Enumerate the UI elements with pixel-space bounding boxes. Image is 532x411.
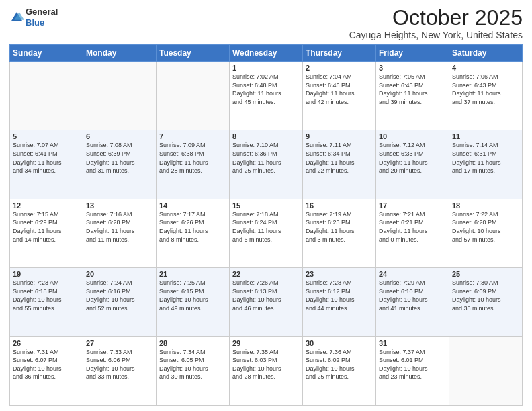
day-number: 9 [306, 132, 373, 140]
day-info: Sunrise: 7:15 AMSunset: 6:29 PMDaylight:… [13, 210, 80, 244]
day-number: 20 [86, 270, 153, 278]
day-cell [10, 62, 83, 130]
logo-blue: Blue [26, 17, 44, 28]
day-info: Sunrise: 7:04 AMSunset: 6:46 PMDaylight:… [306, 73, 373, 106]
day-info: Sunrise: 7:29 AMSunset: 6:10 PMDaylight:… [379, 279, 446, 312]
logo-general: General [26, 7, 58, 17]
day-cell: 13Sunrise: 7:16 AMSunset: 6:28 PMDayligh… [83, 199, 157, 267]
day-cell: 25Sunrise: 7:30 AMSunset: 6:09 PMDayligh… [449, 268, 523, 336]
day-cell: 19Sunrise: 7:23 AMSunset: 6:18 PMDayligh… [10, 268, 83, 336]
week-row-2: 5Sunrise: 7:07 AMSunset: 6:41 PMDaylight… [10, 130, 523, 199]
day-cell: 23Sunrise: 7:28 AMSunset: 6:12 PMDayligh… [303, 268, 376, 336]
day-cell: 6Sunrise: 7:08 AMSunset: 6:39 PMDaylight… [83, 130, 157, 199]
day-cell: 29Sunrise: 7:35 AMSunset: 6:03 PMDayligh… [230, 336, 303, 405]
day-number: 11 [452, 132, 519, 140]
day-cell: 22Sunrise: 7:26 AMSunset: 6:13 PMDayligh… [230, 268, 303, 336]
day-number: 23 [306, 270, 373, 278]
day-info: Sunrise: 7:07 AMSunset: 6:41 PMDaylight:… [13, 141, 80, 175]
day-number: 13 [86, 201, 153, 210]
day-number: 6 [86, 132, 153, 140]
col-thursday: Thursday [303, 45, 376, 62]
day-cell: 27Sunrise: 7:33 AMSunset: 6:06 PMDayligh… [83, 336, 157, 405]
day-number: 16 [306, 201, 373, 210]
day-cell: 18Sunrise: 7:22 AMSunset: 6:20 PMDayligh… [449, 199, 523, 267]
week-row-1: 1Sunrise: 7:02 AMSunset: 6:48 PMDaylight… [10, 62, 523, 130]
col-sunday: Sunday [10, 45, 83, 62]
day-cell: 15Sunrise: 7:18 AMSunset: 6:24 PMDayligh… [230, 199, 303, 267]
day-number: 19 [13, 270, 80, 278]
day-info: Sunrise: 7:33 AMSunset: 6:06 PMDaylight:… [86, 348, 153, 381]
location: Cayuga Heights, New York, United States [349, 30, 523, 40]
col-saturday: Saturday [449, 45, 523, 62]
day-info: Sunrise: 7:09 AMSunset: 6:38 PMDaylight:… [159, 141, 226, 175]
day-info: Sunrise: 7:36 AMSunset: 6:02 PMDaylight:… [306, 348, 373, 381]
day-cell: 4Sunrise: 7:06 AMSunset: 6:43 PMDaylight… [449, 62, 523, 130]
day-number: 21 [159, 270, 226, 278]
day-info: Sunrise: 7:21 AMSunset: 6:21 PMDaylight:… [379, 210, 446, 244]
col-friday: Friday [376, 45, 449, 62]
day-number: 29 [232, 339, 300, 347]
day-info: Sunrise: 7:28 AMSunset: 6:12 PMDaylight:… [306, 279, 373, 312]
day-cell [449, 336, 523, 405]
day-cell: 9Sunrise: 7:11 AMSunset: 6:34 PMDaylight… [303, 130, 376, 199]
day-info: Sunrise: 7:22 AMSunset: 6:20 PMDaylight:… [452, 210, 519, 244]
day-info: Sunrise: 7:05 AMSunset: 6:45 PMDaylight:… [379, 73, 446, 106]
day-info: Sunrise: 7:08 AMSunset: 6:39 PMDaylight:… [86, 141, 153, 175]
day-info: Sunrise: 7:18 AMSunset: 6:24 PMDaylight:… [232, 210, 300, 244]
day-cell: 21Sunrise: 7:25 AMSunset: 6:15 PMDayligh… [157, 268, 230, 336]
logo: General Blue [9, 7, 58, 28]
day-cell: 5Sunrise: 7:07 AMSunset: 6:41 PMDaylight… [10, 130, 83, 199]
day-info: Sunrise: 7:12 AMSunset: 6:33 PMDaylight:… [379, 141, 446, 175]
day-number: 17 [379, 201, 446, 210]
day-info: Sunrise: 7:25 AMSunset: 6:15 PMDaylight:… [159, 279, 226, 312]
logo-text: General Blue [26, 7, 58, 28]
day-number: 8 [232, 132, 300, 140]
day-info: Sunrise: 7:26 AMSunset: 6:13 PMDaylight:… [232, 279, 300, 312]
day-info: Sunrise: 7:10 AMSunset: 6:36 PMDaylight:… [232, 141, 300, 175]
day-number: 18 [452, 201, 519, 210]
day-cell: 14Sunrise: 7:17 AMSunset: 6:26 PMDayligh… [157, 199, 230, 267]
col-tuesday: Tuesday [157, 45, 230, 62]
day-info: Sunrise: 7:16 AMSunset: 6:28 PMDaylight:… [86, 210, 153, 244]
day-number: 15 [232, 201, 300, 210]
day-cell: 2Sunrise: 7:04 AMSunset: 6:46 PMDaylight… [303, 62, 376, 130]
day-info: Sunrise: 7:06 AMSunset: 6:43 PMDaylight:… [452, 73, 519, 106]
day-number: 4 [452, 64, 519, 72]
week-row-5: 26Sunrise: 7:31 AMSunset: 6:07 PMDayligh… [10, 336, 523, 405]
day-number: 3 [379, 64, 446, 72]
day-number: 30 [306, 339, 373, 347]
day-number: 12 [13, 201, 80, 210]
day-number: 5 [13, 132, 80, 140]
day-info: Sunrise: 7:34 AMSunset: 6:05 PMDaylight:… [159, 348, 226, 381]
day-number: 28 [159, 339, 226, 347]
title-area: October 2025 Cayuga Heights, New York, U… [349, 7, 523, 40]
day-number: 10 [379, 132, 446, 140]
day-info: Sunrise: 7:35 AMSunset: 6:03 PMDaylight:… [232, 348, 300, 381]
day-number: 14 [159, 201, 226, 210]
day-info: Sunrise: 7:17 AMSunset: 6:26 PMDaylight:… [159, 210, 226, 244]
day-number: 22 [232, 270, 300, 278]
day-number: 7 [159, 132, 226, 140]
day-cell: 28Sunrise: 7:34 AMSunset: 6:05 PMDayligh… [157, 336, 230, 405]
day-info: Sunrise: 7:31 AMSunset: 6:07 PMDaylight:… [13, 348, 80, 381]
day-info: Sunrise: 7:37 AMSunset: 6:01 PMDaylight:… [379, 348, 446, 381]
col-wednesday: Wednesday [230, 45, 303, 62]
header: General Blue October 2025 Cayuga Heights… [9, 7, 523, 40]
day-cell: 1Sunrise: 7:02 AMSunset: 6:48 PMDaylight… [230, 62, 303, 130]
day-info: Sunrise: 7:24 AMSunset: 6:16 PMDaylight:… [86, 279, 153, 312]
day-info: Sunrise: 7:30 AMSunset: 6:09 PMDaylight:… [452, 279, 519, 312]
day-cell [157, 62, 230, 130]
day-info: Sunrise: 7:14 AMSunset: 6:31 PMDaylight:… [452, 141, 519, 175]
day-info: Sunrise: 7:02 AMSunset: 6:48 PMDaylight:… [232, 73, 300, 106]
day-cell: 26Sunrise: 7:31 AMSunset: 6:07 PMDayligh… [10, 336, 83, 405]
day-number: 1 [232, 64, 300, 72]
day-cell: 16Sunrise: 7:19 AMSunset: 6:23 PMDayligh… [303, 199, 376, 267]
day-cell: 31Sunrise: 7:37 AMSunset: 6:01 PMDayligh… [376, 336, 449, 405]
day-info: Sunrise: 7:23 AMSunset: 6:18 PMDaylight:… [13, 279, 80, 312]
day-number: 2 [306, 64, 373, 72]
day-cell: 3Sunrise: 7:05 AMSunset: 6:45 PMDaylight… [376, 62, 449, 130]
week-row-4: 19Sunrise: 7:23 AMSunset: 6:18 PMDayligh… [10, 268, 523, 336]
day-info: Sunrise: 7:19 AMSunset: 6:23 PMDaylight:… [306, 210, 373, 244]
day-cell: 12Sunrise: 7:15 AMSunset: 6:29 PMDayligh… [10, 199, 83, 267]
day-cell: 24Sunrise: 7:29 AMSunset: 6:10 PMDayligh… [376, 268, 449, 336]
